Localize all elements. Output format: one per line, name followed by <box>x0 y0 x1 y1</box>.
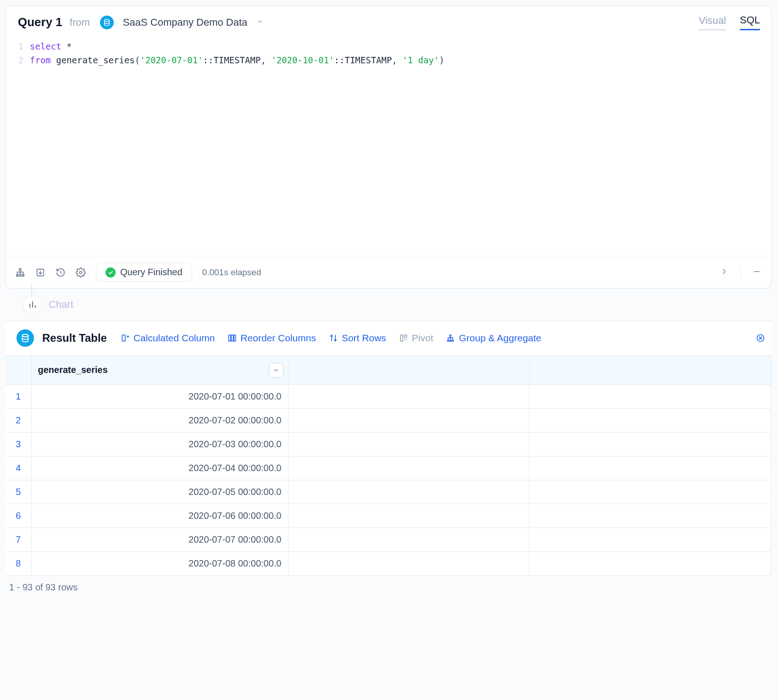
calculated-column-button[interactable]: Calculated Column <box>121 333 215 344</box>
cell-generate-series[interactable]: 2020-07-08 00:00:00.0 <box>31 552 288 576</box>
svg-point-14 <box>450 335 451 336</box>
column-header-empty-2 <box>530 356 771 385</box>
cell-empty <box>530 528 771 552</box>
table-row[interactable]: 62020-07-06 00:00:00.0 <box>6 504 771 528</box>
query-status-pill[interactable]: Query Finished <box>96 263 192 282</box>
chevron-down-icon[interactable] <box>256 18 264 27</box>
cell-empty <box>288 528 530 552</box>
cell-empty <box>288 552 530 576</box>
cell-generate-series[interactable]: 2020-07-02 00:00:00.0 <box>31 409 288 433</box>
schema-icon[interactable] <box>15 267 25 278</box>
line-number: 1 <box>6 39 30 53</box>
cell-empty <box>288 409 530 433</box>
datasource-icon <box>100 16 114 29</box>
line-gutter: 1 2 <box>6 39 30 256</box>
svg-point-6 <box>79 271 82 274</box>
table-header-row: generate_series <box>6 356 771 385</box>
svg-rect-8 <box>122 335 125 341</box>
column-header-generate-series[interactable]: generate_series <box>31 356 288 385</box>
row-number: 7 <box>6 528 31 552</box>
table-row[interactable]: 12020-07-01 00:00:00.0 <box>6 385 771 409</box>
row-number: 2 <box>6 409 31 433</box>
svg-rect-12 <box>400 335 403 341</box>
status-bar: Query Finished 0.001s elapsed <box>6 256 771 288</box>
sql-editor[interactable]: 1 2 select * from generate_series('2020-… <box>6 36 771 256</box>
svg-rect-4 <box>22 274 24 276</box>
column-header-empty-1 <box>288 356 530 385</box>
result-header-left: Result Table <box>17 329 107 347</box>
line-number: 2 <box>6 53 30 67</box>
row-number: 4 <box>6 456 31 480</box>
query-card: Query 1 from SaaS Company Demo Data Visu… <box>6 6 771 289</box>
cell-empty <box>288 504 530 528</box>
svg-rect-9 <box>229 335 231 341</box>
pivot-button[interactable]: Pivot <box>399 333 433 344</box>
result-table: generate_series 12020-07-01 00:00:00.022… <box>6 356 771 576</box>
svg-point-7 <box>22 334 28 337</box>
cell-empty <box>530 504 771 528</box>
group-aggregate-button[interactable]: Group & Aggregate <box>446 333 541 344</box>
table-row[interactable]: 52020-07-05 00:00:00.0 <box>6 480 771 504</box>
svg-rect-2 <box>17 274 18 276</box>
cell-empty <box>530 480 771 504</box>
svg-rect-13 <box>404 335 406 337</box>
minimize-icon[interactable] <box>752 267 762 278</box>
result-datasource-icon <box>17 329 34 347</box>
svg-point-0 <box>105 19 110 22</box>
separator <box>740 265 741 280</box>
add-chart-button[interactable] <box>23 295 42 314</box>
cell-generate-series[interactable]: 2020-07-05 00:00:00.0 <box>31 480 288 504</box>
svg-rect-3 <box>19 274 21 276</box>
cell-generate-series[interactable]: 2020-07-01 00:00:00.0 <box>31 385 288 409</box>
cell-empty <box>288 456 530 480</box>
check-circle-icon <box>105 267 116 278</box>
result-header: Result Table Calculated Column Reorder C… <box>6 321 771 356</box>
table-row[interactable]: 22020-07-02 00:00:00.0 <box>6 409 771 433</box>
cell-generate-series[interactable]: 2020-07-03 00:00:00.0 <box>31 433 288 456</box>
code-lines: select * from generate_series('2020-07-0… <box>30 39 771 256</box>
status-left: Query Finished 0.001s elapsed <box>15 263 261 282</box>
save-icon[interactable] <box>35 267 45 278</box>
add-chart-row: Chart <box>6 289 771 321</box>
svg-rect-10 <box>232 335 233 341</box>
sort-rows-button[interactable]: Sort Rows <box>329 333 386 344</box>
tab-sql[interactable]: SQL <box>740 14 760 30</box>
cell-empty <box>288 433 530 456</box>
row-number: 5 <box>6 480 31 504</box>
row-number: 1 <box>6 385 31 409</box>
column-menu-button[interactable] <box>269 363 283 378</box>
svg-rect-11 <box>234 335 236 341</box>
result-extra-icon[interactable] <box>756 333 765 343</box>
row-number: 3 <box>6 433 31 456</box>
cell-generate-series[interactable]: 2020-07-06 00:00:00.0 <box>31 504 288 528</box>
result-table-title: Result Table <box>42 332 107 344</box>
datasource-name[interactable]: SaaS Company Demo Data <box>123 17 247 28</box>
header-left: Query 1 from SaaS Company Demo Data <box>18 15 264 29</box>
table-row[interactable]: 42020-07-04 00:00:00.0 <box>6 456 771 480</box>
cell-empty <box>288 480 530 504</box>
reorder-columns-button[interactable]: Reorder Columns <box>228 333 316 344</box>
result-actions: Calculated Column Reorder Columns Sort R… <box>121 333 742 344</box>
elapsed-time: 0.001s elapsed <box>202 267 261 278</box>
row-number: 6 <box>6 504 31 528</box>
table-row[interactable]: 32020-07-03 00:00:00.0 <box>6 433 771 456</box>
cell-generate-series[interactable]: 2020-07-07 00:00:00.0 <box>31 528 288 552</box>
row-count-footer: 1 - 93 of 93 rows <box>6 576 771 595</box>
cell-empty <box>530 456 771 480</box>
header-tabs: Visual SQL <box>699 14 760 30</box>
cell-generate-series[interactable]: 2020-07-04 00:00:00.0 <box>31 456 288 480</box>
add-chart-label[interactable]: Chart <box>49 299 73 311</box>
svg-point-16 <box>450 340 451 341</box>
cell-empty <box>530 409 771 433</box>
gear-icon[interactable] <box>76 267 86 278</box>
svg-point-17 <box>452 340 454 341</box>
cell-empty <box>288 385 530 409</box>
code-line-2: from generate_series('2020-07-01'::TIMES… <box>30 53 771 67</box>
cell-empty <box>530 385 771 409</box>
tab-visual[interactable]: Visual <box>699 15 726 30</box>
history-icon[interactable] <box>56 267 66 278</box>
table-row[interactable]: 82020-07-08 00:00:00.0 <box>6 552 771 576</box>
table-row[interactable]: 72020-07-07 00:00:00.0 <box>6 528 771 552</box>
chevron-right-icon[interactable] <box>719 267 729 278</box>
svg-point-15 <box>448 340 449 341</box>
